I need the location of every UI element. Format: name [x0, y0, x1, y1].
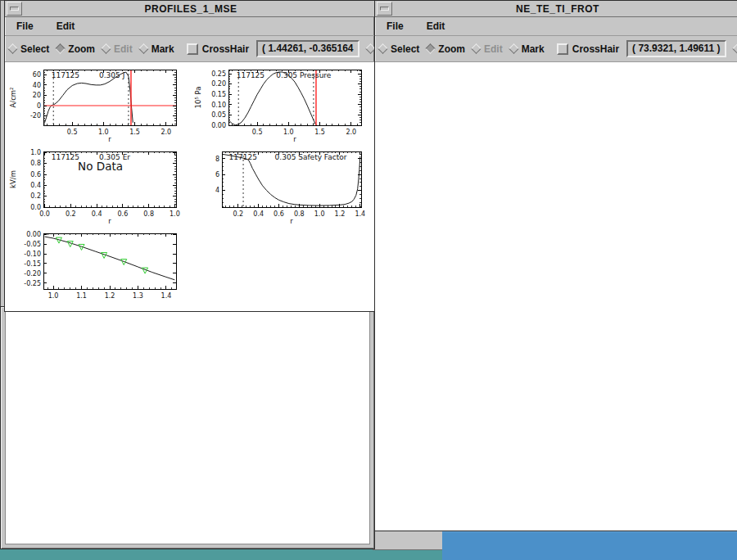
coordinate-readout[interactable]: ( 73.9321, 1.49611 ) — [626, 40, 726, 57]
profiles-1-mse-window: PROFILES_1_MSE File Edit Select Zoom Edi… — [4, 0, 375, 312]
toolbar: Select Zoom Edit Mark CrossHair ( 73.932… — [375, 36, 737, 62]
r-radio[interactable]: R — [734, 43, 737, 55]
mark-radio[interactable]: Mark — [140, 43, 174, 55]
svg-text:0.305 Pressure: 0.305 Pressure — [276, 71, 332, 79]
radio-diamond-icon — [101, 43, 111, 54]
plot-safety-factor[interactable]: 0.20.40.60.81.01.21.4468r1171250.305 Saf… — [190, 146, 375, 228]
svg-text:117125: 117125 — [52, 153, 79, 161]
menubar: File Edit — [375, 17, 737, 36]
window-title: PROFILES_1_MSE — [24, 3, 374, 15]
zoom-radio[interactable]: Zoom — [57, 43, 95, 55]
svg-text:20: 20 — [33, 92, 41, 99]
svg-text:A/cm²: A/cm² — [9, 87, 17, 107]
menu-edit[interactable]: Edit — [427, 20, 445, 32]
svg-text:1.0: 1.0 — [31, 149, 42, 156]
minimize-icon — [10, 7, 19, 11]
menu-edit[interactable]: Edit — [57, 20, 75, 32]
r-radio[interactable]: R — [367, 43, 375, 55]
svg-text:1.2: 1.2 — [105, 292, 115, 300]
svg-text:0.10: 0.10 — [211, 102, 226, 109]
svg-text:0.5: 0.5 — [67, 129, 78, 136]
menubar: File Edit — [5, 17, 374, 36]
profiles-secondary-plot-area — [5, 311, 370, 544]
svg-text:r: r — [293, 135, 296, 143]
svg-text:0.4: 0.4 — [31, 182, 42, 189]
svg-text:1.0: 1.0 — [48, 292, 59, 300]
crosshair-checkbox-icon — [187, 43, 198, 55]
minimize-button[interactable] — [7, 2, 22, 16]
edit-radio: Edit — [102, 43, 133, 55]
svg-text:1.5: 1.5 — [129, 129, 140, 136]
svg-text:0.20: 0.20 — [211, 80, 226, 88]
crosshair-toggle[interactable]: CrossHair — [187, 43, 249, 55]
profiles-secondary-window — [0, 306, 375, 549]
toolbar: Select Zoom Edit Mark CrossHair ( 1.4426… — [5, 36, 374, 62]
plot-pressure[interactable]: 0.51.01.52.00.000.050.100.150.200.25r10⁵… — [190, 64, 375, 146]
radio-diamond-icon — [378, 43, 388, 54]
svg-text:1.0: 1.0 — [283, 129, 294, 136]
crosshair-toggle[interactable]: CrossHair — [557, 43, 619, 55]
svg-text:0.25: 0.25 — [211, 70, 226, 78]
radio-diamond-icon — [425, 43, 436, 54]
background-window-corner — [373, 529, 445, 550]
minimize-icon — [380, 7, 389, 11]
svg-text:r: r — [290, 217, 293, 225]
svg-text:1.0: 1.0 — [98, 129, 109, 136]
svg-text:1.5: 1.5 — [314, 129, 325, 136]
plot-er[interactable]: 0.00.20.40.60.81.00.00.20.40.60.81.0rkV/… — [5, 146, 190, 228]
svg-text:0.0: 0.0 — [39, 210, 50, 218]
svg-text:0.0: 0.0 — [31, 204, 42, 211]
svg-text:60: 60 — [33, 71, 41, 79]
svg-text:0.2: 0.2 — [66, 210, 76, 218]
menu-file[interactable]: File — [387, 20, 404, 32]
svg-text:kV/m: kV/m — [9, 170, 17, 188]
svg-text:1.0: 1.0 — [170, 210, 180, 218]
titlebar[interactable]: PROFILES_1_MSE — [5, 1, 374, 17]
svg-text:r: r — [109, 217, 112, 225]
select-radio[interactable]: Select — [9, 43, 49, 55]
svg-text:-0.10: -0.10 — [25, 251, 42, 258]
svg-text:0.305 Safety Factor: 0.305 Safety Factor — [274, 153, 346, 161]
svg-text:6: 6 — [215, 171, 219, 178]
zoom-radio[interactable]: Zoom — [427, 43, 465, 55]
svg-text:-0.15: -0.15 — [25, 260, 42, 268]
svg-text:0.8: 0.8 — [144, 210, 155, 218]
svg-text:r: r — [109, 135, 112, 143]
svg-text:0.6: 0.6 — [118, 210, 129, 218]
menu-file[interactable]: File — [16, 20, 34, 32]
svg-text:0.15: 0.15 — [211, 91, 226, 98]
svg-text:0.05: 0.05 — [211, 111, 226, 119]
background-window-blue — [442, 531, 737, 560]
svg-text:0.00: 0.00 — [211, 122, 226, 129]
minimize-button[interactable] — [377, 2, 392, 16]
radio-diamond-icon — [55, 43, 66, 54]
svg-text:0.6: 0.6 — [31, 171, 42, 178]
svg-text:1.3: 1.3 — [133, 292, 143, 300]
svg-text:117125: 117125 — [228, 153, 256, 161]
radio-diamond-icon — [365, 43, 374, 54]
edit-radio: Edit — [472, 43, 503, 55]
svg-text:1.1: 1.1 — [76, 292, 87, 300]
mark-radio[interactable]: Mark — [510, 43, 545, 55]
plot-bz-wo-er[interactable]: 1.01.11.21.31.40.00-0.05-0.10-0.15-0.20-… — [5, 228, 190, 309]
radio-diamond-icon — [7, 43, 18, 54]
radio-diamond-icon — [471, 43, 482, 54]
titlebar[interactable]: NE_TE_TI_FROT — [375, 1, 737, 17]
svg-text:0.6: 0.6 — [274, 210, 284, 218]
svg-text:2.0: 2.0 — [161, 129, 172, 136]
svg-text:2.0: 2.0 — [346, 129, 356, 136]
svg-text:-20: -20 — [30, 112, 41, 120]
select-radio[interactable]: Select — [379, 43, 419, 55]
svg-text:8: 8 — [215, 156, 219, 163]
profiles-plot-area: 0.51.01.52.0-200204060rA/cm²1171250.305 … — [5, 62, 374, 311]
svg-text:1.0: 1.0 — [314, 210, 325, 218]
svg-text:0.2: 0.2 — [31, 192, 42, 200]
svg-text:-0.05: -0.05 — [25, 241, 42, 248]
plot-j[interactable]: 0.51.01.52.0-200204060rA/cm²1171250.305 … — [5, 64, 190, 146]
svg-text:0.4: 0.4 — [253, 210, 264, 218]
svg-text:0.8: 0.8 — [31, 160, 42, 167]
svg-text:-0.20: -0.20 — [25, 270, 42, 278]
crosshair-checkbox-icon — [557, 43, 568, 55]
svg-text:-0.25: -0.25 — [25, 280, 42, 287]
coordinate-readout[interactable]: ( 1.44261, -0.365164 — [256, 40, 359, 57]
